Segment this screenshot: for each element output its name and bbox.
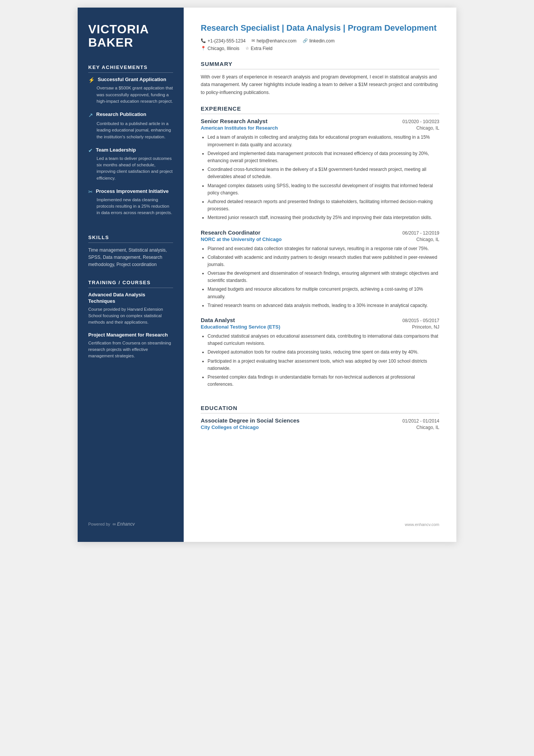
achievement-title-1: Successful Grant Application [98,77,166,83]
job-bullets-1: Led a team of analysts in collecting and… [208,134,439,221]
training-title: TRAINING / COURSES [88,280,173,288]
education-section: EDUCATION Associate Degree in Social Sci… [201,405,439,434]
training-desc-2: Certification from Coursera on streamlin… [88,340,173,360]
achievement-icon-4: ✂ [88,189,93,195]
linkedin-text: linkedin.com [309,38,335,44]
sidebar-footer: Powered by ∞ Enhancv [88,514,173,527]
bullet-3-4: Presented complex data findings in under… [208,374,439,388]
achievement-desc-1: Oversaw a $500K grant application that w… [97,85,173,105]
achievement-desc-4: Implemented new data cleaning protocols … [97,197,173,216]
achievement-item-1: ⚡ Successful Grant Application Oversaw a… [88,77,173,105]
job-location-2: Chicago, IL [416,237,439,242]
edu-school-1: City Colleges of Chicago [201,424,259,430]
powered-by: Powered by ∞ Enhancv [88,521,173,527]
bullet-1-1: Led a team of analysts in collecting and… [208,134,439,148]
skills-text: Time management, Statistical analysis, S… [88,247,173,269]
bullet-2-4: Managed budgets and resource allocations… [208,286,439,300]
achievement-header-3: ✔ Team Leadership [88,147,173,153]
bullet-2-3: Oversaw the development and disseminatio… [208,270,439,284]
email-icon: ✉ [251,38,255,43]
email-text: help@enhancv.com [256,38,296,44]
achievement-desc-2: Contributed to a published article in a … [97,121,173,140]
training-item-1: Advanced Data Analysis Techniques Course… [88,292,173,326]
edu-header-row-1: Associate Degree in Social Sciences 01/2… [201,417,439,424]
main-header: Research Specialist | Data Analysis | Pr… [201,23,439,51]
contact-extra: ☆ Extra Field [245,46,272,51]
linkedin-icon: 🔗 [303,38,308,43]
training-title-2: Project Management for Research [88,332,173,338]
achievement-icon-2: ↗ [88,112,93,119]
bullet-3-3: Participated in a project evaluating tea… [208,358,439,372]
job-entry-3: Data Analyst 08/2015 - 05/2017 Education… [201,317,439,388]
education-title: EDUCATION [201,405,439,413]
summary-title: SUMMARY [201,61,439,69]
job-company-3: Educational Testing Service (ETS) [201,324,280,330]
edu-dates-1: 01/2012 - 01/2014 [403,418,439,424]
job-dates-3: 08/2015 - 05/2017 [403,318,439,323]
edu-location-1: Chicago, IL [416,425,439,430]
job-header-row-2: Research Coordinator 06/2017 - 12/2019 [201,229,439,236]
bullet-1-3: Coordinated cross-functional teams in th… [208,166,439,180]
training-item-2: Project Management for Research Certific… [88,332,173,360]
contact-email: ✉ help@enhancv.com [251,38,296,44]
achievement-title-4: Process Improvement Initiative [96,188,169,195]
location-text: Chicago, Illinois [208,46,239,51]
job-company-1: American Institutes for Research [201,125,278,131]
job-company-row-3: Educational Testing Service (ETS) Prince… [201,324,439,330]
bullet-2-5: Trained research teams on advanced data … [208,302,439,309]
resume-container: VICTORIA BAKER KEY ACHIEVEMENTS ⚡ Succes… [78,8,456,542]
summary-text: With over 8 years of experience in resea… [201,73,439,97]
summary-section: SUMMARY With over 8 years of experience … [201,61,439,97]
bullet-3-2: Developed automation tools for routine d… [208,349,439,356]
job-title-text-3: Data Analyst [201,317,235,323]
bullet-3-1: Conducted statistical analyses on educat… [208,333,439,347]
skills-title: SKILLS [88,235,173,243]
enhancv-logo: ∞ Enhancv [112,521,135,527]
key-achievements-section: KEY ACHIEVEMENTS ⚡ Successful Grant Appl… [88,64,173,223]
job-bullets-3: Conducted statistical analyses on educat… [208,333,439,388]
bullet-1-6: Mentored junior research staff, increasi… [208,214,439,221]
achievement-header-2: ↗ Research Publication [88,111,173,119]
main-content: Research Specialist | Data Analysis | Pr… [184,8,456,542]
job-title-text-2: Research Coordinator [201,229,261,236]
location-icon: 📍 [201,46,206,51]
job-dates-2: 06/2017 - 12/2019 [403,230,439,236]
bullet-1-2: Developed and implemented data managemen… [208,150,439,164]
achievement-title-3: Team Leadership [96,147,136,153]
training-title-1: Advanced Data Analysis Techniques [88,292,173,305]
job-title: Research Specialist | Data Analysis | Pr… [201,23,439,34]
main-footer: www.enhancv.com [201,515,439,527]
edu-entry-1: Associate Degree in Social Sciences 01/2… [201,417,439,430]
job-header-row-1: Senior Research Analyst 01/2020 - 10/202… [201,118,439,124]
extra-field-text: Extra Field [251,46,272,51]
bullet-2-1: Planned and executed data collection str… [208,245,439,252]
sidebar: VICTORIA BAKER KEY ACHIEVEMENTS ⚡ Succes… [78,8,184,542]
achievement-item-4: ✂ Process Improvement Initiative Impleme… [88,188,173,216]
phone-text: +1-(234)-555-1234 [208,38,245,44]
achievement-item-2: ↗ Research Publication Contributed to a … [88,111,173,140]
achievement-icon-3: ✔ [88,147,93,153]
contact-phone: 📞 +1-(234)-555-1234 [201,38,245,44]
contact-location: 📍 Chicago, Illinois [201,46,239,51]
job-dates-1: 01/2020 - 10/2023 [403,119,439,124]
star-icon: ☆ [245,46,249,51]
bullet-1-5: Authored detailed research reports and p… [208,198,439,213]
job-bullets-2: Planned and executed data collection str… [208,245,439,310]
achievement-header-4: ✂ Process Improvement Initiative [88,188,173,195]
training-section: TRAINING / COURSES Advanced Data Analysi… [88,280,173,365]
bullet-2-2: Collaborated with academic and industry … [208,254,439,268]
job-title-text-1: Senior Research Analyst [201,118,267,124]
job-entry-1: Senior Research Analyst 01/2020 - 10/202… [201,118,439,221]
footer-website: www.enhancv.com [405,522,439,527]
training-desc-1: Course provided by Harvard Extension Sch… [88,306,173,326]
location-row: 📍 Chicago, Illinois ☆ Extra Field [201,46,439,51]
name-block: VICTORIA BAKER [88,23,173,49]
contact-info: 📞 +1-(234)-555-1234 ✉ help@enhancv.com 🔗… [201,38,439,44]
achievement-desc-3: Led a team to deliver project outcomes s… [97,155,173,182]
job-company-row-2: NORC at the University of Chicago Chicag… [201,236,439,242]
achievement-item-3: ✔ Team Leadership Led a team to deliver … [88,147,173,182]
skills-section: SKILLS Time management, Statistical anal… [88,235,173,269]
job-location-3: Princeton, NJ [412,324,439,330]
bullet-1-4: Managed complex datasets using SPSS, lea… [208,182,439,197]
job-location-1: Chicago, IL [416,125,439,131]
